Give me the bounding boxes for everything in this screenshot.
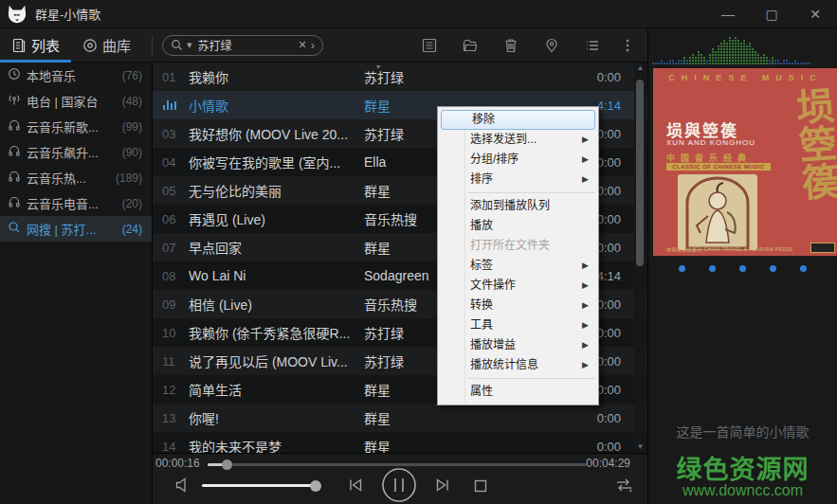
menu-item[interactable]: 文件操作▶	[440, 276, 596, 296]
maximize-button[interactable]: ▢	[750, 0, 793, 28]
location-pin-button[interactable]	[543, 37, 560, 54]
watermark-line1: 绿色资源网	[648, 457, 837, 483]
menu-item[interactable]: 排序▶	[440, 170, 596, 189]
track-title: 无与伦比的美丽	[189, 181, 364, 200]
spectrum-dot	[757, 63, 759, 64]
foobar-fox-logo-icon	[7, 4, 27, 25]
spectrum-dot	[774, 63, 776, 64]
music-player-window: 群星-小情歌 — ▢ ✕ 列表 曲库 ▾ ✕ ›	[0, 0, 837, 504]
menu-item[interactable]: 转换▶	[440, 296, 596, 315]
more-kebab-button[interactable]	[625, 37, 630, 54]
playlist-row[interactable]: 01我赖你苏打绿0:00	[153, 63, 647, 91]
track-title: 你被写在我的歌里 (室内...	[189, 153, 364, 171]
previous-button[interactable]	[346, 477, 365, 494]
playlist-view-button[interactable]	[421, 37, 438, 54]
spectrum-dot	[755, 60, 756, 62]
pager-dot[interactable]	[679, 265, 685, 272]
queue-list-button[interactable]	[584, 37, 601, 54]
sidebar-item[interactable]: 云音乐热...(189)	[0, 165, 152, 190]
volume-slider[interactable]	[202, 484, 320, 487]
volume-button[interactable]	[173, 477, 191, 493]
spectrum-dot	[732, 51, 734, 53]
spectrum-dot	[786, 60, 788, 62]
menu-item[interactable]: 工具▶	[440, 315, 596, 335]
spectrum-dot	[701, 60, 702, 62]
playlist-scrollbar[interactable]: ▲ ▼	[634, 63, 646, 453]
minimize-button[interactable]: —	[706, 0, 750, 28]
stop-button[interactable]	[473, 478, 488, 494]
spectrum-dot	[701, 63, 702, 64]
playlist-row[interactable]: 13你喔!群星0:00	[153, 404, 647, 432]
folder-button[interactable]	[462, 37, 479, 54]
scroll-up-icon[interactable]: ▲	[634, 64, 646, 72]
album-art[interactable]: CHINESE MUSIC 埙與箜篌 XUN AND KONGHOU 中国音乐经…	[653, 68, 837, 256]
sidebar-item[interactable]: 电台 | 国家台(48)	[0, 88, 152, 114]
spectrum-dot	[729, 37, 731, 39]
menu-item[interactable]: 分组/排序▶	[440, 150, 596, 170]
menu-item[interactable]: 播放	[440, 216, 596, 236]
scrollbar-thumb[interactable]	[636, 80, 644, 266]
menu-item[interactable]: 属性	[440, 382, 596, 402]
sidebar-item[interactable]: 云音乐电音...(20)	[0, 190, 152, 216]
sidebar-item[interactable]: 网搜 | 苏打...(24)	[0, 216, 152, 242]
spectrum-dot	[777, 60, 779, 62]
search-expand-icon[interactable]: ›	[311, 39, 315, 51]
sidebar-item[interactable]: 云音乐飙升...(90)	[0, 139, 152, 165]
spectrum-dot	[652, 63, 654, 64]
tab-playlist[interactable]: 列表	[0, 28, 71, 63]
pager-dot[interactable]	[800, 265, 807, 272]
spectrum-dot	[703, 60, 705, 62]
spectrum-dot	[737, 54, 739, 56]
spectrum-dot	[732, 40, 734, 42]
track-artist: 苏打绿	[364, 67, 566, 86]
seek-thumb[interactable]	[222, 459, 232, 470]
spectrum-dot	[763, 57, 765, 59]
menu-item[interactable]: 标签▶	[440, 256, 596, 276]
search-box[interactable]: ▾ ✕ ›	[162, 35, 323, 56]
track-number: 13	[162, 411, 189, 425]
trash-button[interactable]	[502, 37, 519, 54]
playlist-row[interactable]: 14我的未来不是梦群星0:00	[153, 432, 647, 453]
elapsed-time: 00:00:16	[155, 457, 200, 470]
spectrum-dot	[723, 48, 725, 50]
pager-dot[interactable]	[709, 265, 716, 272]
menu-item[interactable]: 添加到播放队列	[440, 196, 596, 216]
pager-dot[interactable]	[770, 265, 776, 272]
track-title: 小情歌	[189, 96, 364, 115]
pager-dot[interactable]	[739, 265, 746, 272]
spectrum-dot	[726, 43, 728, 45]
menu-item[interactable]: 播放增益▶	[440, 335, 596, 355]
pause-button[interactable]	[380, 466, 418, 504]
stop-icon	[473, 478, 488, 494]
watermark-line2: www.downcc.com	[648, 483, 837, 499]
spectrum-dot	[743, 51, 745, 53]
volume-thumb[interactable]	[310, 480, 321, 492]
sidebar-item[interactable]: 云音乐新歌...(99)	[0, 114, 152, 139]
radio-icon	[8, 93, 21, 109]
spectrum-dot	[743, 48, 745, 50]
repeat-one-button[interactable]: 1	[613, 477, 634, 494]
spectrum-dot	[735, 48, 737, 50]
spectrum-dot	[726, 48, 728, 50]
playlist-doc-icon	[11, 38, 27, 53]
spectrum-dot	[746, 51, 748, 53]
spectrum-column	[689, 56, 691, 64]
submenu-arrow-icon: ▶	[582, 170, 589, 189]
scroll-down-icon[interactable]: ▼	[634, 443, 646, 451]
search-clear-icon[interactable]: ✕	[298, 40, 306, 50]
search-input[interactable]	[196, 38, 295, 53]
spectrum-dot	[732, 48, 734, 50]
track-duration: 0:00	[566, 440, 621, 454]
spectrum-dot	[718, 45, 719, 47]
next-button[interactable]	[433, 477, 452, 494]
sidebar-item[interactable]: 本地音乐(76)	[0, 63, 152, 88]
spectrum-column	[664, 62, 665, 64]
menu-item[interactable]: 移除	[441, 110, 595, 130]
spectrum-dot	[661, 60, 663, 62]
spectrum-dot	[723, 60, 725, 62]
tab-library[interactable]: 曲库	[71, 28, 142, 63]
menu-item[interactable]: 播放统计信息▶	[440, 355, 596, 375]
menu-item[interactable]: 选择发送到...▶	[440, 130, 596, 150]
search-dropdown-icon[interactable]: ▾	[187, 40, 192, 50]
close-button[interactable]: ✕	[793, 0, 837, 28]
